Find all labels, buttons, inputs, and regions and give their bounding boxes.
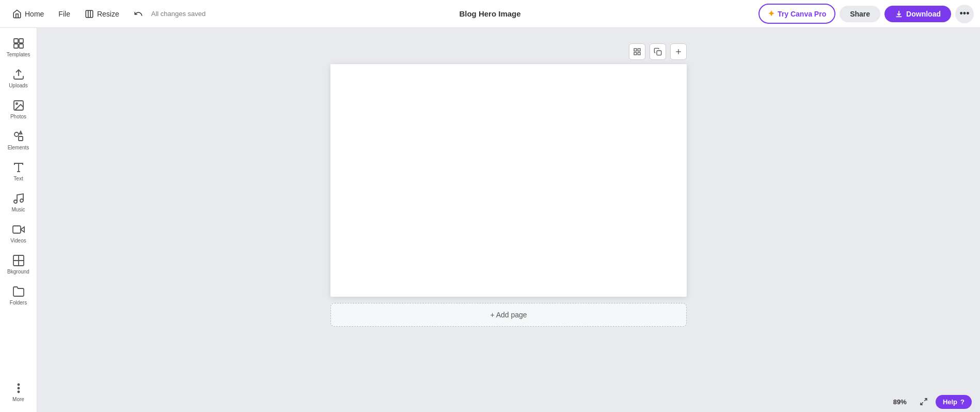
expand-icon [920, 398, 928, 406]
sidebar-item-videos-label: Videos [10, 238, 26, 244]
sidebar: Templates Uploads Photos Elements [0, 28, 37, 412]
undo-icon [134, 9, 143, 19]
uploads-icon [12, 68, 25, 81]
topbar-center: Blog Hero Image [459, 9, 520, 18]
canvas-add-button[interactable] [670, 43, 687, 60]
home-icon [12, 9, 22, 19]
changes-saved: All changes saved [151, 10, 206, 18]
design-title: Blog Hero Image [459, 9, 520, 18]
bottom-bar: 89% Help ? [37, 391, 980, 412]
grid-icon [633, 48, 641, 56]
sidebar-item-background-label: Bkground [7, 269, 29, 275]
sidebar-item-photos-label: Photos [10, 114, 26, 120]
sidebar-item-folders-label: Folders [10, 300, 27, 306]
home-button[interactable]: Home [6, 6, 50, 22]
svg-rect-4 [19, 44, 23, 48]
topbar-right: ✦ Try Canva Pro Share Download ••• [525, 4, 974, 24]
svg-line-28 [921, 402, 923, 405]
svg-point-19 [18, 391, 19, 393]
add-page-button[interactable]: + Add page [330, 303, 687, 327]
sidebar-item-videos[interactable]: Videos [0, 218, 37, 249]
try-canva-label: Try Canva Pro [778, 10, 826, 18]
folders-icon [12, 285, 25, 298]
file-label: File [58, 10, 70, 18]
canvas-grid-icon-button[interactable] [629, 43, 645, 60]
templates-icon [12, 37, 25, 50]
sidebar-item-music[interactable]: Music [0, 187, 37, 218]
svg-point-7 [16, 103, 18, 104]
svg-point-13 [20, 199, 23, 202]
sidebar-item-elements-label: Elements [8, 145, 29, 151]
help-icon: ? [960, 398, 965, 406]
svg-line-27 [924, 399, 927, 401]
topbar-left: Home File Resize All changes saved [6, 6, 455, 22]
share-label: Share [850, 10, 870, 18]
share-button[interactable]: Share [840, 6, 880, 22]
expand-button[interactable] [916, 394, 931, 409]
star-icon: ✦ [768, 9, 774, 19]
svg-rect-3 [14, 44, 18, 48]
svg-rect-0 [86, 10, 93, 18]
more-options-button[interactable]: ••• [955, 5, 974, 23]
copy-icon [654, 48, 662, 56]
topbar: Home File Resize All changes saved Blog … [0, 0, 980, 28]
background-icon [12, 254, 25, 267]
sidebar-item-photos[interactable]: Photos [0, 94, 37, 125]
photos-icon [12, 99, 25, 112]
try-canva-button[interactable]: ✦ Try Canva Pro [758, 4, 835, 24]
more-options-icon: ••• [960, 8, 970, 19]
svg-rect-15 [13, 226, 21, 233]
sidebar-item-folders[interactable]: Folders [0, 280, 37, 311]
help-label: Help [943, 398, 957, 406]
resize-icon [85, 9, 94, 19]
canvas-wrapper: + Add page [330, 43, 687, 327]
svg-point-17 [18, 384, 19, 386]
download-button[interactable]: Download [884, 6, 951, 22]
file-button[interactable]: File [52, 7, 76, 21]
svg-rect-22 [634, 52, 637, 55]
svg-rect-1 [14, 39, 18, 43]
resize-label: Resize [97, 10, 119, 18]
music-icon [12, 192, 25, 205]
sidebar-item-text[interactable]: Text [0, 156, 37, 187]
download-icon [895, 10, 903, 18]
add-icon [674, 48, 683, 56]
elements-icon [12, 130, 25, 143]
home-label: Home [25, 10, 44, 18]
sidebar-item-text-label: Text [13, 176, 23, 182]
sidebar-item-uploads-label: Uploads [9, 83, 28, 89]
svg-rect-9 [19, 136, 23, 141]
sidebar-item-elements[interactable]: Elements [0, 125, 37, 156]
svg-point-18 [18, 388, 19, 389]
sidebar-item-uploads[interactable]: Uploads [0, 63, 37, 94]
videos-icon [12, 223, 25, 236]
svg-marker-14 [21, 227, 24, 232]
undo-button[interactable] [128, 6, 149, 22]
help-button[interactable]: Help ? [936, 395, 972, 409]
svg-point-8 [14, 132, 19, 136]
sidebar-item-more-label: More [12, 396, 24, 403]
svg-rect-20 [634, 49, 637, 51]
svg-point-12 [14, 200, 17, 203]
sidebar-item-more[interactable]: More [0, 377, 37, 408]
zoom-level-button[interactable]: 89% [888, 396, 912, 408]
svg-rect-2 [19, 39, 23, 43]
svg-rect-23 [638, 52, 640, 55]
text-icon [12, 161, 25, 174]
resize-button[interactable]: Resize [78, 6, 125, 22]
main-content: + Add page [37, 28, 980, 412]
sidebar-item-templates[interactable]: Templates [0, 32, 37, 63]
canvas-copy-button[interactable] [650, 43, 666, 60]
svg-rect-24 [657, 51, 661, 55]
canvas-toolbar [629, 43, 687, 60]
svg-rect-21 [638, 49, 640, 51]
sidebar-item-templates-label: Templates [7, 52, 30, 58]
sidebar-item-music-label: Music [11, 207, 25, 213]
sidebar-item-background[interactable]: Bkground [0, 249, 37, 280]
more-icon [12, 382, 25, 394]
design-canvas[interactable] [330, 64, 687, 297]
download-label: Download [906, 10, 941, 18]
